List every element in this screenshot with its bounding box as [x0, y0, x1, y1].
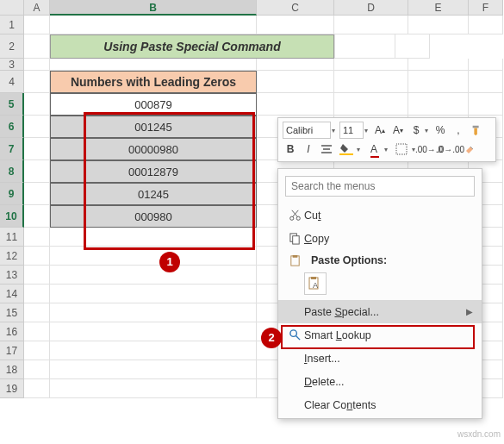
data-cell[interactable]: 00000980 [50, 138, 257, 160]
increase-decimal-icon[interactable]: .0→.00 [441, 141, 460, 158]
svg-rect-0 [339, 153, 353, 155]
clipboard-icon [285, 254, 304, 267]
menu-insert[interactable]: Insert... [278, 347, 482, 370]
col-header-c[interactable]: C [257, 0, 334, 16]
menu-label: Cut [304, 209, 473, 222]
decrease-font-icon[interactable]: A▾ [390, 122, 406, 139]
font-name-select[interactable]: Calibri [283, 122, 331, 139]
svg-rect-1 [396, 144, 407, 154]
percent-icon[interactable]: % [432, 122, 448, 139]
row-header[interactable]: 10 [0, 205, 24, 228]
svg-text:A: A [313, 281, 318, 290]
watermark: wsxdn.com [457, 429, 501, 439]
row-header[interactable]: 18 [0, 360, 24, 379]
menu-smart-lookup[interactable]: Smart Lookup [278, 323, 482, 347]
row-header[interactable]: 14 [0, 285, 24, 303]
row-header[interactable]: 13 [0, 266, 24, 285]
select-all-corner[interactable] [0, 0, 24, 16]
svg-point-11 [289, 330, 296, 337]
font-color-icon[interactable]: A [364, 141, 383, 158]
currency-icon[interactable]: $ [408, 122, 424, 139]
title-cell[interactable]: Using Paste Special Command [50, 34, 334, 59]
svg-point-2 [289, 216, 293, 220]
menu-copy[interactable]: Copy [278, 227, 482, 250]
row-header[interactable]: 15 [0, 303, 24, 322]
scissors-icon [285, 209, 304, 222]
borders-icon[interactable] [392, 141, 411, 158]
svg-rect-7 [292, 254, 297, 257]
row-header[interactable]: 6 [0, 116, 24, 138]
row-header[interactable]: 5 [0, 93, 24, 116]
align-center-icon[interactable] [319, 141, 334, 158]
svg-rect-5 [292, 236, 299, 244]
chevron-right-icon: ▶ [466, 307, 473, 316]
menu-label: Clear Contents [304, 399, 473, 411]
clear-format-icon[interactable] [463, 141, 478, 158]
svg-rect-9 [311, 277, 316, 279]
col-header-e[interactable]: E [408, 0, 469, 16]
menu-label: Paste Special... [304, 306, 466, 318]
row-header[interactable]: 7 [0, 138, 24, 160]
increase-font-icon[interactable]: A▴ [372, 122, 388, 139]
callout-badge-2: 2 [261, 328, 282, 348]
row-header[interactable]: 8 [0, 160, 24, 183]
menu-label: Delete... [304, 376, 473, 388]
callout-badge-1: 1 [159, 252, 180, 272]
context-menu: Cut Copy Paste Options: A Paste Special.… [277, 168, 482, 419]
italic-button[interactable]: I [301, 141, 316, 158]
menu-clear-contents[interactable]: Clear Contents [278, 393, 482, 416]
data-cell[interactable]: 00012879 [50, 160, 257, 183]
mini-toolbar: Calibri▾ 11▾ A▴ A▾ $▾ % , B I ▾ A ▾ ▾ .0… [277, 117, 496, 162]
row-header[interactable]: 1 [0, 16, 24, 34]
decrease-decimal-icon[interactable]: .00→.0 [420, 141, 439, 158]
menu-search-input[interactable] [285, 176, 475, 197]
menu-cut[interactable]: Cut [278, 203, 482, 227]
menu-label: Copy [304, 233, 473, 245]
font-size-select[interactable]: 11 [339, 122, 364, 139]
row-header[interactable]: 3 [0, 59, 24, 71]
col-header-a[interactable]: A [24, 0, 50, 16]
data-cell[interactable]: 01245 [50, 183, 257, 205]
row-header[interactable]: 16 [0, 322, 24, 341]
row-header[interactable]: 12 [0, 247, 24, 266]
data-cell[interactable]: 001245 [50, 116, 257, 138]
menu-paste-options-label: Paste Options: [278, 250, 482, 271]
row-header[interactable]: 9 [0, 183, 24, 205]
col-header-f[interactable]: F [469, 0, 503, 16]
format-painter-icon[interactable] [469, 122, 484, 139]
data-cell[interactable]: 000980 [50, 205, 257, 228]
menu-label: Paste Options: [304, 254, 473, 266]
row-header[interactable]: 17 [0, 341, 24, 360]
bold-button[interactable]: B [283, 141, 298, 158]
menu-delete[interactable]: Delete... [278, 370, 482, 393]
comma-icon[interactable]: , [451, 122, 466, 139]
svg-point-3 [296, 216, 300, 220]
row-header[interactable]: 4 [0, 71, 24, 93]
menu-label: Smart Lookup [304, 329, 473, 341]
row-header[interactable]: 19 [0, 379, 24, 398]
data-cell[interactable]: 000879 [50, 93, 257, 116]
menu-search[interactable] [285, 176, 475, 197]
row-header[interactable]: 2 [0, 34, 24, 59]
row-header[interactable]: 11 [0, 228, 24, 247]
table-header-cell[interactable]: Numbers with Leading Zeros [50, 71, 257, 93]
col-header-d[interactable]: D [334, 0, 408, 16]
col-header-b[interactable]: B [50, 0, 257, 16]
copy-icon [285, 232, 304, 245]
search-icon [285, 328, 304, 341]
menu-paste-special[interactable]: Paste Special... ▶ [278, 300, 482, 323]
paste-default-icon[interactable]: A [304, 272, 327, 295]
menu-label: Insert... [304, 353, 473, 365]
fill-color-icon[interactable] [337, 141, 356, 158]
